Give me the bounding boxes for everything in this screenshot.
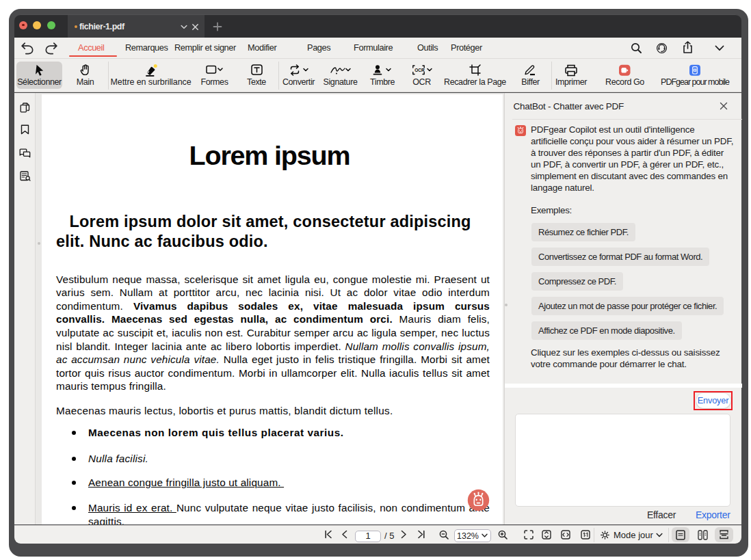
svg-text:OCR: OCR bbox=[414, 68, 425, 72]
